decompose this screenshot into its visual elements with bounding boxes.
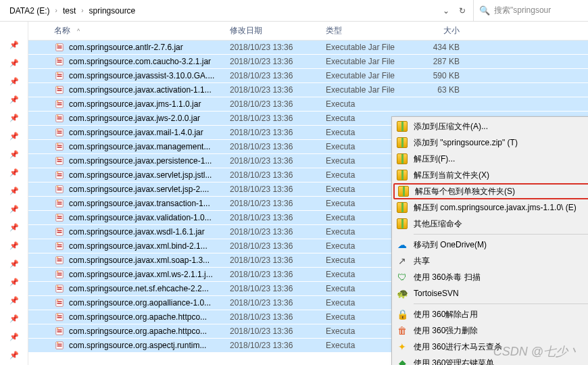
svg-point-67 xyxy=(57,271,59,272)
pin-icon[interactable]: 📌 xyxy=(9,260,19,268)
menu-item[interactable]: 添加到压缩文件(A)... xyxy=(393,118,588,135)
refresh-icon[interactable]: ↻ xyxy=(457,6,468,16)
svg-rect-21 xyxy=(57,116,62,118)
file-date: 2018/10/23 13:36 xyxy=(230,199,326,208)
file-name: com.springsource.javax.servlet.jsp-2.... xyxy=(69,185,209,194)
pin-icon[interactable]: 📌 xyxy=(9,351,19,360)
file-date: 2018/10/23 13:36 xyxy=(230,256,326,265)
pin-icon[interactable]: 📌 xyxy=(9,241,19,250)
pin-icon[interactable]: 📌 xyxy=(9,168,19,177)
svg-point-55 xyxy=(57,228,59,230)
svg-point-79 xyxy=(57,314,59,315)
file-date: 2018/10/23 13:36 xyxy=(230,298,326,308)
menu-item-label: 解压到 com.springsource.javax.jms-1.1.0\ (E… xyxy=(414,202,588,214)
file-name: com.springsource.com.caucho-3.2.1.jar xyxy=(69,57,211,66)
breadcrumb-item[interactable]: test xyxy=(59,6,80,16)
breadcrumb-item[interactable]: DATA2 (E:) xyxy=(5,6,54,16)
svg-rect-34 xyxy=(57,161,62,162)
menu-item[interactable]: 其他压缩命令 xyxy=(393,216,588,232)
pin-icon[interactable]: 📌 xyxy=(9,333,19,341)
column-headers[interactable]: 名称^ 修改日期 类型 大小 xyxy=(28,22,588,41)
svg-rect-69 xyxy=(57,287,62,288)
jar-file-icon xyxy=(54,255,65,266)
menu-item[interactable]: ↗共享 xyxy=(393,253,588,269)
svg-rect-66 xyxy=(57,274,62,276)
chevron-down-icon[interactable]: ⌄ xyxy=(441,6,451,16)
svg-rect-22 xyxy=(57,118,62,120)
table-row[interactable]: com.springsource.antlr-2.7.6.jar2018/10/… xyxy=(28,41,588,55)
svg-point-63 xyxy=(57,257,59,258)
table-row[interactable]: com.springsource.javax.activation-1.1...… xyxy=(28,83,588,97)
pin-icon[interactable]: 📌 xyxy=(9,187,19,195)
breadcrumb-item[interactable]: springsource xyxy=(85,6,140,16)
svg-point-43 xyxy=(57,186,59,187)
svg-rect-2 xyxy=(57,47,62,49)
menu-item[interactable]: 🔒使用 360解除占用 xyxy=(393,306,588,322)
file-name: com.springsource.javax.xml.soap-1.3... xyxy=(69,256,210,265)
svg-rect-58 xyxy=(57,246,62,247)
svg-rect-70 xyxy=(57,289,62,290)
svg-point-23 xyxy=(57,115,59,116)
file-name: com.springsource.org.apache.httpco... xyxy=(69,326,207,336)
svg-point-59 xyxy=(57,243,59,244)
svg-point-35 xyxy=(57,157,59,159)
pin-icon[interactable]: 📌 xyxy=(9,150,19,159)
search-icon: 🔍 xyxy=(479,5,490,16)
svg-rect-25 xyxy=(57,130,62,132)
file-name: com.springsource.javax.jws-2.0.0.jar xyxy=(69,114,200,123)
file-name: com.springsource.javax.persistence-1... xyxy=(69,156,212,166)
menu-item[interactable]: 解压到 com.springsource.javax.jms-1.1.0\ (E… xyxy=(393,199,588,216)
menu-item[interactable]: ✦使用 360进行木马云查杀 xyxy=(393,339,588,355)
file-type: Executable Jar File xyxy=(326,71,414,80)
pin-icon[interactable]: 📌 xyxy=(9,314,19,323)
svg-rect-38 xyxy=(57,175,62,176)
jar-file-icon xyxy=(54,241,65,251)
menu-item[interactable]: 🐢TortoiseSVN xyxy=(393,285,588,301)
file-name: com.springsource.javax.servlet.jsp.jstl.… xyxy=(69,170,212,180)
jar-file-icon xyxy=(54,84,65,95)
header-date[interactable]: 修改日期 xyxy=(230,25,326,36)
menu360-icon: ◆ xyxy=(396,357,408,365)
header-name[interactable]: 名称^ xyxy=(54,25,230,36)
pin-icon[interactable]: 📌 xyxy=(9,278,19,287)
header-type[interactable]: 类型 xyxy=(326,25,414,36)
svg-point-31 xyxy=(57,143,59,145)
pin-icon[interactable]: 📌 xyxy=(9,59,19,68)
pin-icon[interactable]: 📌 xyxy=(9,296,19,305)
file-type: Executable Jar File xyxy=(326,43,414,52)
file-name: com.springsource.org.aopalliance-1.0... xyxy=(69,298,211,308)
breadcrumb[interactable]: DATA2 (E:) › test › springsource xyxy=(0,0,435,21)
svg-rect-85 xyxy=(57,343,62,345)
menu-item[interactable]: 解压每个包到单独文件夹(S) xyxy=(393,183,588,199)
scan-icon: ✦ xyxy=(396,341,408,353)
cloud-icon: ☁ xyxy=(396,239,408,251)
pin-icon[interactable]: 📌 xyxy=(9,205,19,214)
menu-item-label: 使用 360管理右键菜单 xyxy=(414,358,588,366)
menu-item[interactable]: 添加到 "springsource.zip" (T) xyxy=(393,135,588,151)
menu-item-label: 使用 360强力删除 xyxy=(414,325,588,337)
jar-file-icon xyxy=(54,312,65,322)
jar-file-icon xyxy=(54,212,65,223)
menu-item[interactable]: 解压到当前文件夹(X) xyxy=(393,167,588,183)
table-row[interactable]: com.springsource.com.caucho-3.2.1.jar201… xyxy=(28,55,588,69)
pin-icon[interactable]: 📌 xyxy=(9,95,19,104)
menu-item[interactable]: 🛡使用 360杀毒 扫描 xyxy=(393,269,588,285)
table-row[interactable]: com.springsource.javax.jms-1.1.0.jar2018… xyxy=(28,97,588,112)
menu-item[interactable]: ◆使用 360管理右键菜单 xyxy=(393,355,588,365)
file-date: 2018/10/23 13:36 xyxy=(230,85,326,95)
svg-rect-45 xyxy=(57,201,62,203)
svg-rect-49 xyxy=(57,216,62,217)
header-size[interactable]: 大小 xyxy=(414,25,468,36)
svg-rect-42 xyxy=(57,189,62,191)
pin-icon[interactable]: 📌 xyxy=(9,114,19,122)
search-input[interactable]: 🔍 搜索"springsour xyxy=(473,0,588,21)
pin-icon[interactable]: 📌 xyxy=(9,223,19,232)
menu-item[interactable]: ☁移动到 OneDrive(M) xyxy=(393,237,588,253)
pin-icon[interactable]: 📌 xyxy=(9,132,19,141)
pin-icon[interactable]: 📌 xyxy=(9,41,19,49)
jar-file-icon xyxy=(54,269,65,280)
menu-item[interactable]: 🗑使用 360强力删除 xyxy=(393,322,588,339)
table-row[interactable]: com.springsource.javassist-3.10.0.GA....… xyxy=(28,69,588,83)
pin-icon[interactable]: 📌 xyxy=(9,77,19,86)
menu-item[interactable]: 解压到(F)... xyxy=(393,151,588,167)
